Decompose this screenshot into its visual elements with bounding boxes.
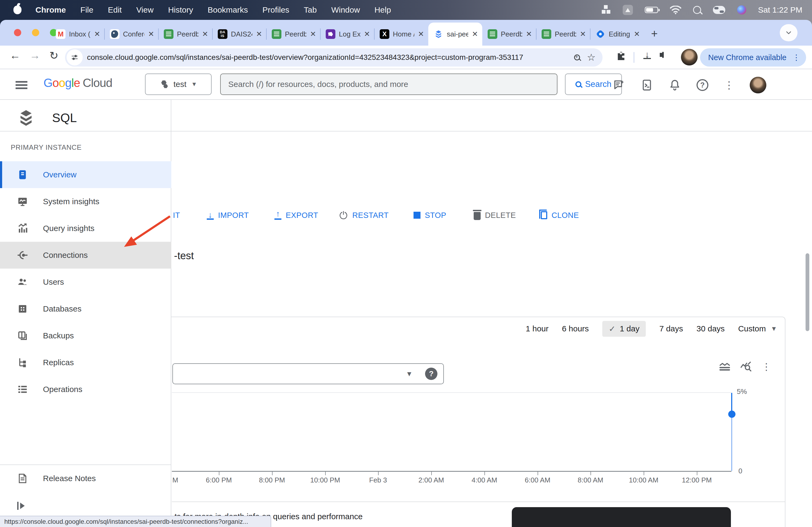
menu-view[interactable]: View [136, 5, 153, 15]
omnibox[interactable]: console.cloud.google.com/sql/instances/s… [65, 48, 603, 66]
menu-bar-clock[interactable]: Sat 1:22 PM [758, 5, 802, 15]
tab-close-icon[interactable]: ✕ [526, 30, 532, 39]
tab-close-icon[interactable]: ✕ [364, 30, 370, 39]
chart-more-options-icon[interactable]: ⋮ [762, 361, 771, 373]
sidebar-item-databases[interactable]: Databases [0, 296, 171, 322]
chart-data-point[interactable] [728, 410, 736, 418]
navigation-menu-icon[interactable] [16, 81, 27, 82]
edit-button-fragment[interactable]: IT [173, 207, 180, 224]
area-chart-toggle-icon[interactable] [719, 361, 731, 373]
gcp-account-avatar[interactable] [750, 77, 766, 93]
menu-file[interactable]: File [80, 5, 93, 15]
browser-profile-avatar[interactable] [681, 49, 698, 65]
sidebar-item-replicas[interactable]: Replicas [0, 349, 171, 376]
new-tab-button[interactable]: + [646, 25, 663, 42]
side-panel-icon[interactable] [662, 52, 664, 58]
extensions-puzzle-icon[interactable] [615, 50, 627, 63]
apple-menu-icon[interactable] [13, 6, 21, 14]
tab-close-icon[interactable]: ✕ [418, 30, 424, 39]
sidebar-item-users[interactable]: Users [0, 269, 171, 296]
google-cloud-logo[interactable]: GoogleCloud [44, 76, 112, 90]
forward-button[interactable]: → [30, 49, 40, 61]
range-custom[interactable]: Custom ▼ [738, 324, 777, 333]
range-6-hours[interactable]: 6 hours [562, 324, 589, 333]
tab-close-icon[interactable]: ✕ [256, 30, 262, 39]
stop-button[interactable]: STOP [414, 207, 446, 224]
page-scrollbar[interactable] [806, 253, 809, 331]
back-button[interactable]: ← [10, 49, 20, 61]
tab-close-icon[interactable]: ✕ [634, 30, 640, 39]
tab-dais24[interactable]: DAIS DAIS24 ✕ [213, 22, 266, 46]
tab-close-icon[interactable]: ✕ [580, 30, 586, 39]
explore-chart-icon[interactable] [740, 361, 752, 373]
delete-button[interactable]: DELETE [474, 207, 516, 224]
tab-peerdb-4[interactable]: Peerdb ✕ [536, 22, 590, 46]
tab-close-icon[interactable]: ✕ [94, 30, 100, 39]
control-center-icon[interactable] [713, 6, 725, 14]
tab-log-explorer[interactable]: Log Expl ✕ [320, 22, 374, 46]
tab-inbox[interactable]: M Inbox (5 ✕ [50, 22, 104, 46]
tab-close-icon[interactable]: ✕ [148, 30, 154, 39]
project-picker-button[interactable]: test ▼ [145, 74, 212, 95]
cloud-search-input[interactable]: Search (/) for resources, docs, products… [220, 74, 557, 95]
range-30-days[interactable]: 30 days [697, 324, 725, 333]
spotlight-icon[interactable] [693, 6, 701, 14]
zoom-page-icon[interactable] [574, 55, 580, 60]
chrome-update-button[interactable]: New Chrome available ⋮ [700, 48, 806, 66]
menu-profiles[interactable]: Profiles [262, 5, 289, 15]
menu-tab[interactable]: Tab [304, 5, 317, 15]
battery-icon[interactable] [645, 7, 658, 13]
wifi-icon[interactable] [670, 6, 681, 14]
collapse-sidebar-icon[interactable] [17, 502, 25, 510]
tab-peerdb-1[interactable]: Peerdb ✕ [158, 22, 213, 46]
menu-bookmarks[interactable]: Bookmarks [207, 5, 248, 15]
sidebar-item-backups[interactable]: Backups [0, 322, 171, 349]
menu-bar-app-icon[interactable] [623, 5, 633, 15]
chart-metric-dropdown[interactable]: ▼ ? [172, 363, 444, 384]
menu-help[interactable]: Help [374, 5, 391, 15]
tab-peerdb-3[interactable]: Peerdb ✕ [482, 22, 536, 46]
tab-close-icon[interactable]: ✕ [202, 30, 208, 39]
notifications-bell-icon[interactable] [669, 79, 681, 91]
menu-edit[interactable]: Edit [108, 5, 122, 15]
help-icon[interactable]: ? [697, 79, 708, 91]
tab-editing[interactable]: Editing ✕ [590, 22, 644, 46]
sidebar-item-operations[interactable]: Operations [0, 376, 171, 403]
menu-history[interactable]: History [168, 5, 193, 15]
chart-help-icon[interactable]: ? [425, 367, 437, 380]
tab-search-chevron-button[interactable] [780, 24, 798, 41]
tab-x-home[interactable]: X Home / ✕ [374, 22, 428, 46]
tab-sai-peerdb-active[interactable]: sai-peer ✕ [428, 22, 482, 46]
site-settings-icon[interactable] [67, 49, 83, 65]
sidebar-item-system-insights[interactable]: System insights [0, 188, 171, 215]
range-1-day-selected[interactable]: ✓ 1 day [602, 321, 646, 337]
sidebar-item-query-insights[interactable]: Query insights [0, 215, 171, 242]
sidebar-item-overview[interactable]: Overview [0, 161, 171, 188]
window-manager-icon[interactable] [602, 5, 611, 15]
reload-button[interactable]: ↻ [49, 49, 59, 62]
tab-close-icon[interactable]: ✕ [310, 30, 316, 39]
menu-app-name[interactable]: Chrome [35, 5, 66, 15]
tab-close-icon[interactable]: ✕ [472, 30, 478, 39]
import-button[interactable]: ↓IMPORT [207, 207, 249, 224]
sidebar-item-connections[interactable]: Connections [0, 242, 171, 269]
restart-button[interactable]: RESTART [339, 207, 389, 224]
cloud-shell-icon[interactable] [641, 79, 653, 91]
more-options-dots-icon[interactable]: ⋮ [724, 79, 734, 91]
downloads-icon[interactable]: ↓ [643, 50, 651, 59]
sidebar-item-release-notes[interactable]: Release Notes [0, 465, 171, 492]
bookmark-star-icon[interactable]: ☆ [587, 52, 596, 63]
range-1-hour[interactable]: 1 hour [526, 324, 549, 333]
clone-button[interactable]: CLONE [538, 207, 579, 224]
export-button[interactable]: ↓EXPORT [274, 207, 318, 224]
release-notes-feedback-icon[interactable] [613, 79, 625, 91]
tab-peerdb-2[interactable]: Peerdb ✕ [266, 22, 320, 46]
close-window-button[interactable] [14, 29, 21, 36]
tab-conference[interactable]: Confere ✕ [104, 22, 158, 46]
minimize-window-button[interactable] [32, 29, 39, 36]
menu-window[interactable]: Window [331, 5, 360, 15]
range-7-days[interactable]: 7 days [659, 324, 683, 333]
url-text[interactable]: console.cloud.google.com/sql/instances/s… [87, 53, 574, 62]
update-menu-dots-icon[interactable]: ⋮ [793, 53, 800, 62]
siri-icon[interactable] [737, 5, 746, 15]
